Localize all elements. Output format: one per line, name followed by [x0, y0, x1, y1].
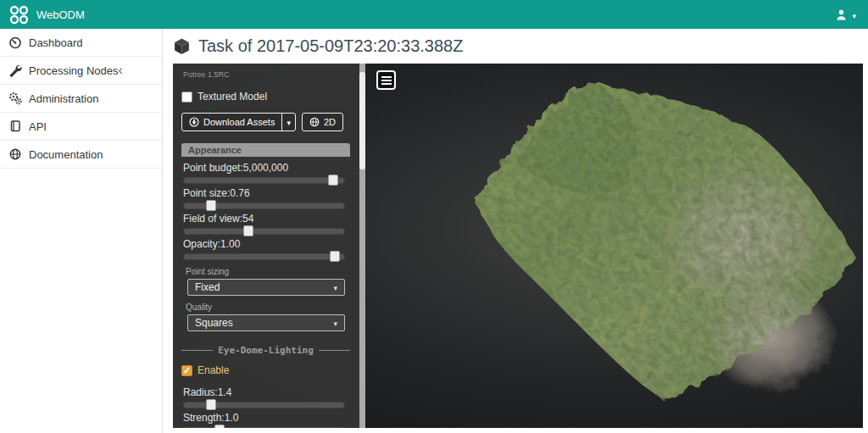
point-sizing-label: Point sizing	[186, 267, 350, 276]
potree-version: Potree 1.5RC	[183, 70, 350, 79]
point-budget-slider[interactable]	[183, 177, 345, 184]
main-content: Task of 2017-05-09T23:20:33.388Z	[164, 29, 868, 433]
point-sizing-select[interactable]: Fixed	[187, 279, 345, 296]
point-size-label: Point size:0.76	[183, 187, 350, 199]
sidebar-item-administration[interactable]: Administration	[0, 85, 162, 113]
view-2d-label: 2D	[324, 117, 336, 127]
edl-header-label: Eye-Dome-Lighting	[218, 345, 314, 356]
panel-scrollbar[interactable]	[359, 64, 365, 428]
sidebar-item-label: API	[29, 120, 47, 133]
user-icon	[835, 8, 848, 21]
brand-link[interactable]: WebODM	[8, 4, 85, 25]
edl-radius-slider[interactable]	[183, 402, 345, 408]
sidebar-item-label: Documentation	[29, 148, 103, 161]
cube-icon	[173, 37, 191, 55]
top-navbar: WebODM	[0, 0, 868, 29]
chevron-left-icon	[119, 64, 123, 77]
opacity-label: Opacity:1.00	[183, 238, 350, 250]
slider-handle[interactable]	[214, 425, 225, 428]
textured-model-row: Textured Model	[181, 91, 350, 103]
sidebar-item-processing-nodes[interactable]: Processing Nodes	[0, 57, 162, 85]
divider	[319, 350, 350, 351]
slider-handle[interactable]	[206, 200, 216, 211]
globe-icon	[309, 117, 320, 127]
sidebar-item-dashboard[interactable]: Dashboard	[0, 29, 162, 57]
assets-button-row: Download Assets 2D	[181, 113, 350, 131]
edl-radius-label: Radius:1.4	[183, 386, 350, 398]
download-assets-button[interactable]: Download Assets	[181, 113, 282, 131]
webodm-app: WebODM Dashboard Processing Nodes	[0, 0, 868, 433]
sidebar-item-label: Dashboard	[29, 36, 83, 49]
potree-sidebar: Potree 1.5RC Textured Model Download Ass…	[173, 64, 365, 428]
sidebar-item-api[interactable]: API	[0, 113, 162, 141]
viewer-3d: Potree 1.5RC Textured Model Download Ass…	[173, 64, 863, 428]
download-assets-caret-button[interactable]	[281, 113, 296, 131]
divider	[181, 350, 213, 351]
point-budget-label: Point budget:5,000,000	[183, 162, 350, 174]
edl-strength-label: Strength:1.0	[183, 412, 350, 424]
slider-handle[interactable]	[328, 175, 338, 186]
sidebar: Dashboard Processing Nodes Administratio…	[0, 29, 163, 433]
sidebar-item-documentation[interactable]: Documentation	[0, 141, 162, 169]
wrench-icon	[8, 64, 22, 77]
download-assets-label: Download Assets	[203, 117, 275, 127]
user-menu[interactable]	[835, 7, 856, 22]
hamburger-icon	[381, 76, 392, 78]
panel-scrollbar-thumb[interactable]	[359, 72, 365, 169]
gears-icon	[8, 92, 22, 105]
slider-handle[interactable]	[243, 225, 253, 236]
appearance-accordion-header[interactable]: Appearance	[181, 143, 350, 157]
field-of-view-slider[interactable]	[183, 228, 345, 235]
point-cloud-canvas[interactable]	[365, 64, 863, 428]
download-icon	[189, 117, 199, 127]
edl-radius-control: Radius:1.4	[181, 386, 350, 408]
opacity-control: Opacity:1.00	[181, 238, 350, 260]
quality-select[interactable]: Squares	[187, 314, 345, 331]
caret-down-icon	[333, 317, 337, 329]
edl-strength-slider[interactable]	[183, 427, 345, 428]
caret-down-icon	[287, 117, 291, 127]
hamburger-icon	[381, 83, 392, 85]
hamburger-icon	[381, 80, 392, 81]
point-cloud	[365, 64, 863, 428]
viewer-menu-toggle-button[interactable]	[376, 70, 396, 90]
point-size-slider[interactable]	[183, 203, 345, 209]
edl-strength-control: Strength:1.0	[181, 412, 350, 428]
brand-name: WebODM	[36, 8, 85, 21]
sidebar-item-label: Administration	[29, 92, 98, 105]
edl-enable-row: Enable	[181, 364, 350, 376]
point-size-control: Point size:0.76	[181, 187, 350, 209]
point-budget-control: Point budget:5,000,000	[181, 162, 350, 184]
quality-label: Quality	[186, 303, 350, 312]
opacity-slider[interactable]	[183, 253, 345, 260]
task-title-row: Task of 2017-05-09T23:20:33.388Z	[164, 29, 868, 64]
sidebar-item-label: Processing Nodes	[29, 64, 119, 77]
view-2d-button[interactable]: 2D	[302, 113, 343, 131]
edl-enable-label: Enable	[198, 364, 229, 376]
edl-enable-checkbox[interactable]	[181, 365, 192, 376]
point-sizing-value: Fixed	[195, 281, 220, 293]
slider-handle[interactable]	[330, 251, 340, 262]
caret-down-icon	[333, 281, 337, 293]
field-of-view-control: Field of view:54	[181, 213, 350, 235]
quality-value: Squares	[195, 317, 233, 329]
textured-model-checkbox[interactable]	[181, 92, 192, 103]
textured-model-label: Textured Model	[198, 91, 267, 103]
globe-icon	[8, 147, 22, 161]
caret-down-icon	[852, 7, 856, 22]
webodm-logo-icon	[8, 4, 30, 25]
book-icon	[8, 119, 22, 133]
field-of-view-label: Field of view:54	[183, 213, 350, 225]
dashboard-icon	[8, 36, 22, 49]
edl-section-header: Eye-Dome-Lighting	[181, 345, 350, 356]
page-title: Task of 2017-05-09T23:20:33.388Z	[198, 36, 463, 56]
slider-handle[interactable]	[206, 399, 216, 410]
